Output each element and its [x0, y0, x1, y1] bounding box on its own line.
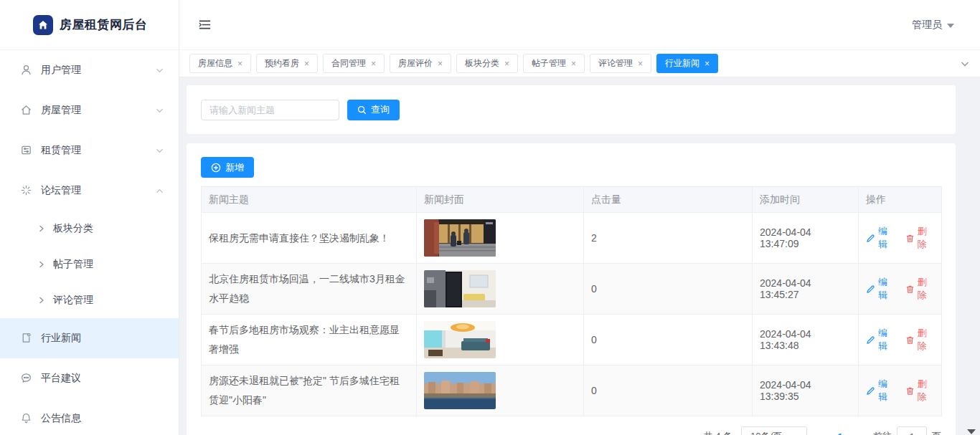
sidebar-item-label: 租赁管理	[41, 144, 155, 157]
sidebar-item-label: 帖子管理	[53, 258, 93, 271]
delete-button[interactable]: 删除	[905, 327, 935, 353]
admin-user-menu[interactable]: 管理员	[912, 19, 954, 32]
delete-trash-icon	[905, 234, 915, 243]
goto-label: 前往	[873, 430, 892, 435]
bell-icon	[20, 412, 33, 425]
pagination-total: 共 4 条	[704, 430, 732, 435]
sidebar-item-announcement-info[interactable]: 公告信息	[0, 398, 179, 435]
home-logo-icon	[33, 15, 53, 35]
tab-appointment-viewing[interactable]: 预约看房×	[256, 54, 318, 73]
news-time-cell: 2024-04-04 13:47:09	[753, 213, 859, 264]
tab-industry-news[interactable]: 行业新闻×	[656, 54, 718, 73]
chevron-down-icon	[155, 106, 164, 115]
sidebar-item-lease-mgmt[interactable]: 租赁管理	[0, 130, 179, 171]
sidebar-menu: 用户管理房屋管理租赁管理论坛管理板块分类帖子管理评论管理行业新闻平台建议公告信息	[0, 50, 179, 435]
edit-button[interactable]: 编辑	[866, 225, 895, 251]
sidebar-item-forum-mgmt[interactable]: 论坛管理	[0, 171, 179, 211]
column-header: 添加时间	[753, 187, 859, 213]
tab-close-icon[interactable]: ×	[438, 59, 443, 68]
edit-button[interactable]: 编辑	[866, 276, 895, 302]
tab-board-category[interactable]: 板块分类×	[456, 54, 518, 73]
sidebar-item-platform-suggestion[interactable]: 平台建议	[0, 358, 179, 398]
sidebar-item-label: 板块分类	[53, 222, 93, 235]
tab-close-icon[interactable]: ×	[237, 59, 242, 68]
row-actions-cell: 编辑删除	[859, 365, 942, 416]
chevron-right-icon	[37, 224, 46, 233]
edit-pencil-icon	[866, 234, 875, 243]
add-button[interactable]: 新增	[201, 157, 254, 178]
news-cover-image	[424, 321, 496, 358]
tab-house-info[interactable]: 房屋信息×	[189, 54, 251, 73]
delete-trash-icon	[905, 335, 915, 345]
edit-pencil-icon	[866, 285, 875, 294]
chevron-down-icon	[793, 433, 801, 435]
sidebar-item-label: 平台建议	[41, 372, 164, 385]
page-size-select[interactable]: 10条/页	[741, 426, 807, 435]
tabs-holder: 房屋信息×预约看房×合同管理×房屋评价×板块分类×帖子管理×评论管理×行业新闻×	[189, 54, 718, 73]
current-page[interactable]: 1	[833, 431, 847, 435]
news-clicks-cell: 0	[584, 264, 753, 315]
news-cover-image	[424, 270, 496, 307]
sidebar-item-post-mgmt[interactable]: 帖子管理	[0, 247, 179, 282]
tab-post-mgmt[interactable]: 帖子管理×	[523, 54, 585, 73]
chevron-right-icon	[37, 296, 46, 305]
sidebar-item-house-mgmt[interactable]: 房屋管理	[0, 90, 179, 130]
row-actions-cell: 编辑删除	[859, 264, 942, 315]
goto-page-group: 前往 页	[873, 426, 941, 435]
tab-close-icon[interactable]: ×	[571, 59, 576, 68]
scrollbar-down-arrow[interactable]	[967, 429, 976, 434]
column-header: 新闻主题	[202, 187, 417, 213]
news-cover-image	[424, 219, 496, 257]
page-size-value: 10条/页	[750, 430, 782, 435]
sidebar-item-industry-news[interactable]: 行业新闻	[0, 318, 179, 358]
tab-close-icon[interactable]: ×	[304, 59, 309, 68]
tab-label: 板块分类	[465, 57, 499, 70]
column-header: 操作	[859, 187, 942, 213]
table-body: 保租房无需申请直接住？坚决遏制乱象！22024-04-04 13:47:09编辑…	[202, 213, 942, 416]
chevron-up-icon	[155, 186, 164, 196]
tab-label: 房屋信息	[198, 57, 232, 70]
news-time-cell: 2024-04-04 13:45:27	[753, 264, 859, 315]
tab-contract-mgmt[interactable]: 合同管理×	[323, 54, 385, 73]
tab-close-icon[interactable]: ×	[638, 59, 643, 68]
news-cover-cell	[417, 213, 584, 264]
app-logo: 房屋租赁网后台	[0, 0, 179, 50]
sidebar-item-label: 用户管理	[41, 64, 155, 77]
sidebar-item-user-mgmt[interactable]: 用户管理	[0, 50, 179, 90]
tab-close-icon[interactable]: ×	[705, 59, 710, 68]
chevron-down-icon	[155, 146, 164, 156]
news-table: 新闻主题新闻封面点击量添加时间操作 保租房无需申请直接住？坚决遏制乱象！2202…	[201, 186, 942, 416]
table-row: 春节后多地租房市场观察：业主出租意愿显著增强02024-04-04 13:43:…	[202, 315, 942, 365]
news-title-cell: 北京住房租赁市场回温，一二线城市3月租金水平趋稳	[202, 264, 417, 315]
query-button-label: 查询	[371, 103, 390, 116]
sidebar-item-board-category[interactable]: 板块分类	[0, 211, 179, 247]
sidebar-item-comment-mgmt[interactable]: 评论管理	[0, 282, 179, 318]
tab-house-review[interactable]: 房屋评价×	[390, 54, 451, 73]
tabs-dropdown-icon[interactable]	[960, 59, 970, 69]
tab-comment-mgmt[interactable]: 评论管理×	[590, 54, 651, 73]
tab-label: 预约看房	[265, 57, 299, 70]
column-header: 新闻封面	[417, 187, 584, 213]
goto-page-input[interactable]	[897, 426, 927, 435]
sidebar-item-label: 论坛管理	[41, 184, 155, 197]
user-icon	[20, 64, 33, 77]
delete-button[interactable]: 删除	[905, 276, 935, 302]
edit-button[interactable]: 编辑	[866, 378, 895, 403]
delete-button[interactable]: 删除	[905, 378, 935, 403]
news-title-cell: 房源还未退租就已被"抢定" 节后多城住宅租赁迎"小阳春"	[202, 365, 417, 416]
main-content: 查询 新增 新闻主题新闻封面点击量添加时间操作 保租房无需申请直接住？坚决遏制乱…	[179, 77, 980, 435]
search-input[interactable]	[201, 100, 339, 120]
row-actions-cell: 编辑删除	[859, 315, 942, 365]
delete-button[interactable]: 删除	[905, 225, 935, 251]
edit-button[interactable]: 编辑	[866, 327, 895, 353]
tab-close-icon[interactable]: ×	[371, 59, 376, 68]
collapse-sidebar-icon[interactable]	[198, 18, 212, 32]
next-page-button[interactable]: ›	[856, 431, 864, 435]
query-button[interactable]: 查询	[347, 100, 400, 120]
tab-label: 评论管理	[598, 57, 633, 70]
tab-close-icon[interactable]: ×	[504, 59, 509, 68]
house-icon	[20, 104, 33, 117]
app-title: 房屋租赁网后台	[60, 16, 148, 33]
prev-page-button[interactable]: ‹	[816, 431, 824, 435]
edit-pencil-icon	[866, 386, 875, 396]
